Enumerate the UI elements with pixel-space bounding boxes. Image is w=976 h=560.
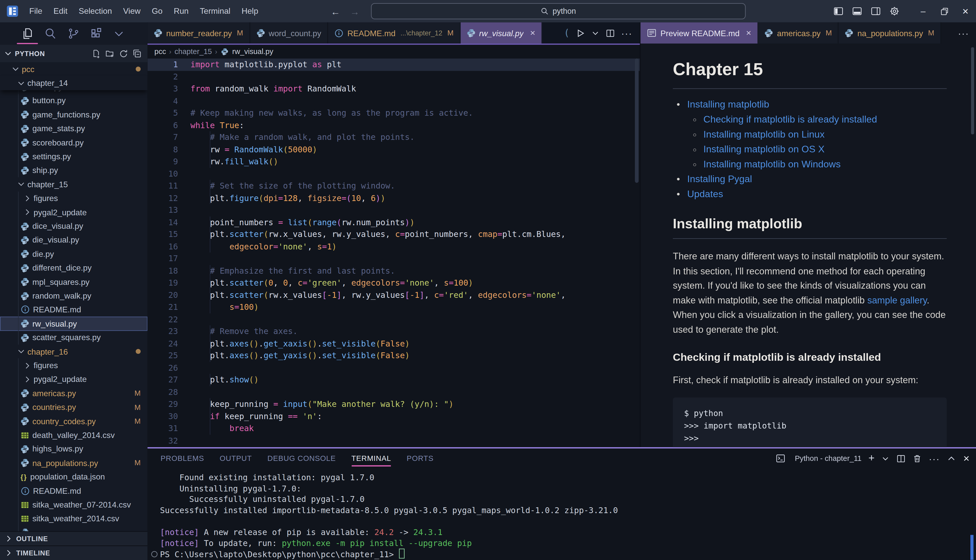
timeline-section[interactable]: TIMELINE <box>0 545 148 560</box>
toc-link[interactable]: Installing Pygal <box>673 173 947 185</box>
tree-item-chapter_15[interactable]: chapter_15 <box>0 177 148 191</box>
plus-icon[interactable]: + <box>868 452 874 465</box>
tree-item-scatter_squares.py[interactable]: scatter_squares.py <box>0 331 148 345</box>
split-editor-icon[interactable] <box>896 454 906 463</box>
tree-item-pygal2_update[interactable]: pygal2_update <box>0 205 148 219</box>
tree-item-different_dice.py[interactable]: different_dice.py <box>0 261 148 275</box>
preview-scrollbar[interactable] <box>971 47 974 135</box>
more-actions-icon[interactable]: ··· <box>621 28 632 38</box>
layout-sidebar-right-icon[interactable] <box>866 0 885 22</box>
command-center-search[interactable]: python <box>371 3 745 19</box>
toc-sublink[interactable]: Installing matplotlib on Linux <box>689 129 947 140</box>
menu-run[interactable]: Run <box>168 0 194 22</box>
close-icon[interactable]: ✕ <box>746 29 752 37</box>
split-editor-icon[interactable] <box>605 28 615 38</box>
tree-item-pcc[interactable]: pcc <box>0 62 148 76</box>
more-actions-icon[interactable]: ··· <box>958 28 969 38</box>
tab-word-count-py[interactable]: word_count.py <box>250 22 328 43</box>
tree-item-die.py[interactable]: die.py <box>0 247 148 261</box>
gear-icon[interactable] <box>885 0 904 22</box>
close-button[interactable]: ✕ <box>955 0 976 22</box>
toc-sublink[interactable]: Installing matplotlib on Windows <box>689 159 947 170</box>
tab-preview-readme-md[interactable]: Preview README.md✕ <box>640 22 758 43</box>
menu-selection[interactable]: Selection <box>73 0 118 22</box>
panel-tab-ports[interactable]: PORTS <box>407 448 433 468</box>
panel-tab-problems[interactable]: PROBLEMS <box>160 448 204 468</box>
tree-item-chapter_16[interactable]: chapter_16 <box>0 345 148 358</box>
menu-help[interactable]: Help <box>236 0 264 22</box>
tree-item-game_stats.py[interactable]: game_stats.py <box>0 122 148 136</box>
forward-arrow-icon[interactable]: → <box>345 6 364 17</box>
tree-item-scoreboard.py[interactable]: scoreboard.py <box>0 135 148 150</box>
terminal-box-icon[interactable] <box>775 453 785 463</box>
tree-item-pygal2_update[interactable]: pygal2_update <box>0 372 148 387</box>
close-icon[interactable]: ✕ <box>530 29 536 37</box>
new-file-icon[interactable] <box>92 49 101 58</box>
tree-item-die_visual.py[interactable]: die_visual.py <box>0 233 148 247</box>
tab-readme-md[interactable]: README.md...\chapter_12M <box>328 22 460 43</box>
tree-item-README.md[interactable]: README.md <box>0 484 148 498</box>
more-actions-icon[interactable]: ··· <box>929 453 940 464</box>
toc-link[interactable]: Updates <box>673 188 947 200</box>
panel-tab-output[interactable]: OUTPUT <box>220 448 252 468</box>
panel-tab-debug-console[interactable]: DEBUG CONSOLE <box>267 448 336 468</box>
trash-icon[interactable] <box>912 454 922 463</box>
terminal[interactable]: Found existing installation: pygal 1.7.0… <box>148 470 976 560</box>
tree-item-rw_visual.py[interactable]: rw_visual.py <box>0 317 148 331</box>
tree-item-population_data.json[interactable]: {}population_data.json <box>0 470 148 484</box>
new-folder-icon[interactable] <box>105 49 115 58</box>
breadcrumb-item[interactable]: chapter_15 <box>174 47 212 56</box>
layout-sidebar-left-icon[interactable] <box>829 0 848 22</box>
tree-item-game_functions.py[interactable]: game_functions.py <box>0 108 148 122</box>
tab-na-populations-py[interactable]: na_populations.pyM <box>839 22 941 43</box>
breadcrumb-item[interactable]: rw_visual.py <box>232 47 273 56</box>
tree-item-settings.py[interactable]: settings.py <box>0 150 148 163</box>
chevron-down-small-icon[interactable] <box>881 454 889 462</box>
toc-link[interactable]: Installing matplotlib <box>673 99 947 110</box>
sample-gallery-link[interactable]: sample gallery <box>867 295 927 305</box>
tree-item-na_populations.py[interactable]: na_populations.pyM <box>0 456 148 470</box>
activity-source-control[interactable] <box>67 22 80 45</box>
tree-item-death_valley_2014.csv[interactable]: death_valley_2014.csv <box>0 428 148 442</box>
activity-chevron-down[interactable] <box>113 22 125 45</box>
toc-sublink[interactable]: Installing matplotlib on OS X <box>689 144 947 155</box>
refresh-icon[interactable] <box>119 49 128 58</box>
layout-panel-icon[interactable] <box>848 0 866 22</box>
breadcrumb-item[interactable]: pcc <box>154 47 166 56</box>
play-icon[interactable] <box>576 28 585 38</box>
menu-view[interactable]: View <box>117 0 146 22</box>
outline-section[interactable]: OUTLINE <box>0 531 148 545</box>
tree-item-random_walk.py[interactable]: random_walk.py <box>0 289 148 303</box>
menu-file[interactable]: File <box>24 0 48 22</box>
tree-item-README.md[interactable]: README.md <box>0 303 148 317</box>
tree-item-americas.py[interactable]: americas.pyM <box>0 387 148 400</box>
tree-item-figures[interactable]: figures <box>0 358 148 372</box>
collapse-all-icon[interactable] <box>132 49 142 58</box>
terminal-scrollbar[interactable] <box>970 535 973 560</box>
tree-item-mpl_squares.py[interactable]: mpl_squares.py <box>0 275 148 289</box>
breadcrumb[interactable]: pcc›chapter_15›rw_visual.py <box>148 45 640 58</box>
menu-go[interactable]: Go <box>146 0 168 22</box>
tree-item-figures[interactable]: figures <box>0 191 148 205</box>
restore-button[interactable] <box>934 0 955 22</box>
tree-item-dice_visual.py[interactable]: dice_visual.py <box>0 219 148 233</box>
tab-rw-visual-py[interactable]: rw_visual.py✕ <box>460 22 543 43</box>
toc-sublink[interactable]: Checking if matplotlib is already instal… <box>689 114 947 125</box>
close-icon[interactable]: ✕ <box>963 454 970 463</box>
editor-scrollbar[interactable] <box>635 58 639 183</box>
tree-item-sitka_weather_07-2014.csv[interactable]: sitka_weather_07-2014.csv <box>0 498 148 512</box>
tree-item-highs_lows.py[interactable]: highs_lows.py <box>0 442 148 456</box>
tree-item-sitka_weather_2014.csv[interactable]: sitka_weather_2014.csv <box>0 512 148 526</box>
explorer-header[interactable]: PYTHON <box>0 45 148 62</box>
back-arrow-icon[interactable]: ← <box>326 6 345 17</box>
tree-item-chapter_14[interactable]: chapter_14 <box>0 76 148 90</box>
tree-item-country_codes.py[interactable]: country_codes.pyM <box>0 414 148 428</box>
code-editor[interactable]: 1import matplotlib.pyplot as plt23from r… <box>148 58 640 447</box>
tree-item-ship.py[interactable]: ship.py <box>0 163 148 178</box>
panel-tab-terminal[interactable]: TERMINAL <box>351 448 391 468</box>
minimize-button[interactable]: – <box>912 0 934 22</box>
tab-americas-py[interactable]: americas.pyM <box>758 22 839 43</box>
activity-files[interactable] <box>21 22 34 45</box>
menu-edit[interactable]: Edit <box>48 0 73 22</box>
chevron-up-icon[interactable] <box>947 454 956 463</box>
